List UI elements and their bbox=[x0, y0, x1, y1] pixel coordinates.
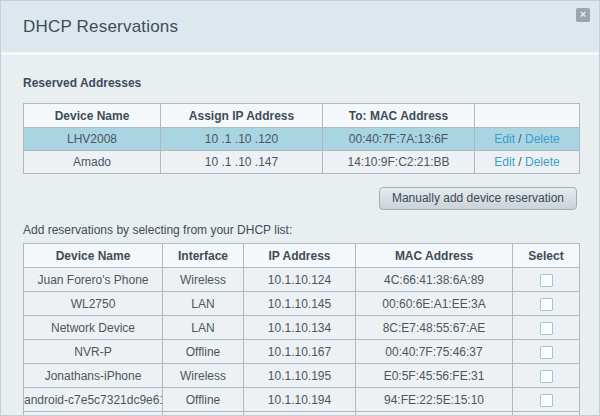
table-row[interactable]: Amado 10 .1 .10 .147 14:10:9F:C2:21:BB E… bbox=[24, 151, 580, 174]
delete-link[interactable]: Delete bbox=[525, 132, 560, 146]
mac-address-cell: 94:FE:22:5E:15:10 bbox=[356, 388, 513, 412]
dhcp-list-table: Device Name Interface IP Address MAC Add… bbox=[23, 243, 580, 416]
close-icon[interactable]: × bbox=[576, 8, 590, 22]
select-cell bbox=[513, 412, 580, 416]
ip-address-cell bbox=[244, 412, 356, 416]
device-name-cell: NVR-P bbox=[24, 340, 163, 364]
device-name-cell: Amado bbox=[24, 151, 161, 174]
device-name-cell: Juan Forero's Phone bbox=[24, 268, 163, 292]
col-header-to-mac: To: MAC Address bbox=[323, 104, 475, 128]
interface-cell: Offline bbox=[163, 388, 244, 412]
col-header-device-name: Device Name bbox=[24, 244, 163, 268]
interface-cell: Offline bbox=[163, 340, 244, 364]
select-cell bbox=[513, 292, 580, 316]
edit-link[interactable]: Edit bbox=[494, 132, 515, 146]
edit-link[interactable]: Edit bbox=[494, 155, 515, 169]
reserved-addresses-heading: Reserved Addresses bbox=[23, 76, 577, 90]
dialog-title: DHCP Reservations bbox=[23, 17, 178, 37]
reserved-table-header-row: Device Name Assign IP Address To: MAC Ad… bbox=[24, 104, 580, 128]
select-cell bbox=[513, 340, 580, 364]
ip-address-cell: 10.1.10.167 bbox=[244, 340, 356, 364]
col-header-assign-ip: Assign IP Address bbox=[161, 104, 323, 128]
table-row: Jonathans-iPhone Wireless 10.1.10.195 E0… bbox=[24, 364, 580, 388]
device-name-cell: Network Device bbox=[24, 316, 163, 340]
select-cell bbox=[513, 268, 580, 292]
assign-ip-cell: 10 .1 .10 .147 bbox=[161, 151, 323, 174]
interface-cell: Wireless bbox=[163, 268, 244, 292]
manually-add-device-reservation-button[interactable]: Manually add device reservation bbox=[379, 187, 577, 210]
table-row: Juan Forero's Phone Wireless 10.1.10.124… bbox=[24, 268, 580, 292]
dhcp-table-header-row: Device Name Interface IP Address MAC Add… bbox=[24, 244, 580, 268]
col-header-ip-address: IP Address bbox=[244, 244, 356, 268]
table-row-partial bbox=[24, 412, 580, 416]
action-separator: / bbox=[515, 155, 525, 169]
actions-cell: Edit / Delete bbox=[475, 151, 580, 174]
select-checkbox[interactable] bbox=[540, 370, 553, 383]
select-checkbox[interactable] bbox=[540, 346, 553, 359]
interface-cell: LAN bbox=[163, 316, 244, 340]
table-row: android-c7e5c7321dc9e616 Offline 10.1.10… bbox=[24, 388, 580, 412]
select-checkbox[interactable] bbox=[540, 274, 553, 287]
mac-address-cell: E0:5F:45:56:FE:31 bbox=[356, 364, 513, 388]
table-row: WL2750 LAN 10.1.10.145 00:60:6E:A1:EE:3A bbox=[24, 292, 580, 316]
dhcp-reservations-dialog: { "dialog": { "title": "DHCP Reservation… bbox=[0, 0, 600, 416]
device-name-cell: Jonathans-iPhone bbox=[24, 364, 163, 388]
select-checkbox[interactable] bbox=[540, 298, 553, 311]
table-row: NVR-P Offline 10.1.10.167 00:40:7F:75:46… bbox=[24, 340, 580, 364]
select-cell bbox=[513, 316, 580, 340]
actions-cell: Edit / Delete bbox=[475, 128, 580, 151]
device-name-cell: WL2750 bbox=[24, 292, 163, 316]
device-name-cell bbox=[24, 412, 163, 416]
col-header-actions bbox=[475, 104, 580, 128]
table-row[interactable]: LHV2008 10 .1 .10 .120 00:40:7F:7A:13:6F… bbox=[24, 128, 580, 151]
ip-address-cell: 10.1.10.145 bbox=[244, 292, 356, 316]
interface-cell: Wireless bbox=[163, 364, 244, 388]
action-separator: / bbox=[515, 132, 525, 146]
dialog-content: Reserved Addresses Device Name Assign IP… bbox=[1, 76, 599, 416]
button-row: Manually add device reservation bbox=[23, 187, 577, 210]
ip-address-cell: 10.1.10.124 bbox=[244, 268, 356, 292]
ip-address-cell: 10.1.10.195 bbox=[244, 364, 356, 388]
mac-address-cell: 14:10:9F:C2:21:BB bbox=[323, 151, 475, 174]
mac-address-cell: 00:40:7F:75:46:37 bbox=[356, 340, 513, 364]
mac-address-cell: 4C:66:41:38:6A:89 bbox=[356, 268, 513, 292]
device-name-cell: LHV2008 bbox=[24, 128, 161, 151]
ip-address-cell: 10.1.10.134 bbox=[244, 316, 356, 340]
assign-ip-cell: 10 .1 .10 .120 bbox=[161, 128, 323, 151]
select-cell bbox=[513, 388, 580, 412]
dialog-header: DHCP Reservations × bbox=[1, 1, 599, 55]
mac-address-cell bbox=[356, 412, 513, 416]
mac-address-cell: 00:40:7F:7A:13:6F bbox=[323, 128, 475, 151]
select-cell bbox=[513, 364, 580, 388]
ip-address-cell: 10.1.10.194 bbox=[244, 388, 356, 412]
reserved-addresses-table: Device Name Assign IP Address To: MAC Ad… bbox=[23, 103, 580, 174]
select-checkbox[interactable] bbox=[540, 394, 553, 407]
col-header-select: Select bbox=[513, 244, 580, 268]
mac-address-cell: 00:60:6E:A1:EE:3A bbox=[356, 292, 513, 316]
device-name-cell: android-c7e5c7321dc9e616 bbox=[24, 388, 163, 412]
add-reservations-instruction: Add reservations by selecting from your … bbox=[23, 223, 577, 237]
col-header-interface: Interface bbox=[163, 244, 244, 268]
col-header-device-name: Device Name bbox=[24, 104, 161, 128]
col-header-mac-address: MAC Address bbox=[356, 244, 513, 268]
interface-cell: LAN bbox=[163, 292, 244, 316]
delete-link[interactable]: Delete bbox=[525, 155, 560, 169]
table-row: Network Device LAN 10.1.10.134 8C:E7:48:… bbox=[24, 316, 580, 340]
interface-cell bbox=[163, 412, 244, 416]
select-checkbox[interactable] bbox=[540, 322, 553, 335]
mac-address-cell: 8C:E7:48:55:67:AE bbox=[356, 316, 513, 340]
